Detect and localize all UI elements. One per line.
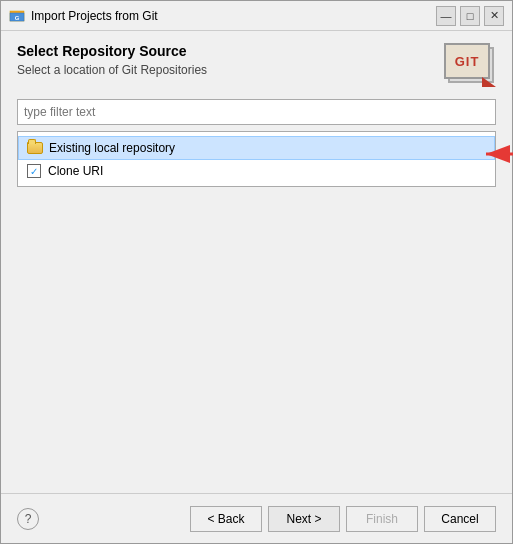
cancel-button[interactable]: Cancel [424,506,496,532]
header-text: Select Repository Source Select a locati… [17,43,434,77]
nav-buttons: < Back Next > Finish Cancel [190,506,496,532]
filter-input[interactable] [17,99,496,125]
git-logo-text: GIT [455,54,480,69]
list-item-clone-uri[interactable]: ✓ Clone URI [18,160,495,182]
window-icon: G [9,8,25,24]
existing-local-label: Existing local repository [49,141,175,155]
checkbox-icon: ✓ [26,163,42,179]
clone-uri-label: Clone URI [48,164,103,178]
back-button[interactable]: < Back [190,506,262,532]
folder-icon [27,140,43,156]
page-subtitle: Select a location of Git Repositories [17,63,434,77]
maximize-button[interactable]: □ [460,6,480,26]
window-title: Import Projects from Git [31,9,436,23]
minimize-button[interactable]: — [436,6,456,26]
finish-button[interactable]: Finish [346,506,418,532]
next-button[interactable]: Next > [268,506,340,532]
import-projects-window: G Import Projects from Git — □ ✕ Select … [0,0,513,544]
bottom-bar: ? < Back Next > Finish Cancel [1,493,512,543]
repository-list-wrapper: Existing local repository ✓ Clone URI [17,131,496,187]
main-content: Select Repository Source Select a locati… [1,31,512,493]
title-bar: G Import Projects from Git — □ ✕ [1,1,512,31]
window-controls: — □ ✕ [436,6,504,26]
close-button[interactable]: ✕ [484,6,504,26]
help-button[interactable]: ? [17,508,39,530]
git-logo: GIT [444,43,496,89]
header-section: Select Repository Source Select a locati… [17,43,496,89]
list-item-existing-local[interactable]: Existing local repository [18,136,495,160]
svg-text:G: G [15,15,20,21]
repository-list: Existing local repository ✓ Clone URI [17,131,496,187]
page-title: Select Repository Source [17,43,434,59]
